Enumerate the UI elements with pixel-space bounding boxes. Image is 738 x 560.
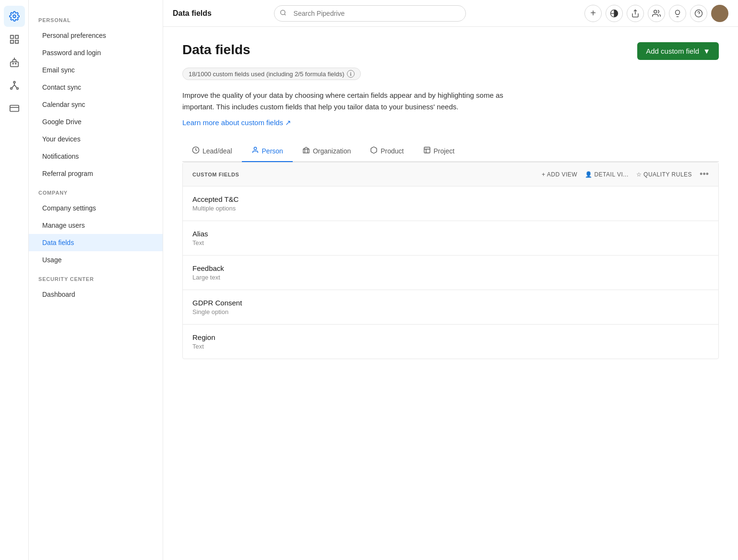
page-content: Data fields Add custom field ▼ 18/1000 c… [163,27,738,560]
quality-rules-label: ☆ QUALITY RULES [636,171,692,178]
field-type: Large text [192,274,709,281]
add-custom-field-chevron: ▼ [703,47,710,55]
nav-item-company-settings[interactable]: Company settings [29,199,163,217]
field-name: Region [192,333,709,341]
sidebar-icon-grid[interactable] [4,29,25,50]
sidebar-icon-robot[interactable] [4,52,25,73]
learn-more-link[interactable]: Learn more about custom fields ↗ [182,118,291,127]
table-row[interactable]: Feedback Large text [183,256,718,290]
detail-view-button[interactable]: 👤 DETAIL VI... [585,171,629,178]
nav-item-google-drive[interactable]: Google Drive [29,113,163,130]
sidebar-icon-gear[interactable] [4,6,25,27]
users-button[interactable] [648,5,665,22]
nav-item-usage[interactable]: Usage [29,251,163,268]
nav-item-calendar-sync[interactable]: Calendar sync [29,96,163,113]
tab-organization[interactable]: Organization [293,140,360,162]
svg-point-7 [15,63,16,64]
top-bar-actions: + [584,5,728,22]
usage-info-icon[interactable]: ℹ [347,70,355,78]
tab-product[interactable]: Product [360,140,413,162]
search-icon [280,9,286,17]
quality-rules-button[interactable]: ☆ QUALITY RULES [636,171,692,178]
field-name: Accepted T&C [192,195,709,203]
add-button[interactable]: + [584,5,602,22]
svg-rect-3 [10,40,13,43]
main-content: Data fields + [163,0,738,560]
tab-product-label: Product [381,147,404,155]
share-button[interactable] [627,5,644,22]
page-header: Data fields Add custom field ▼ [182,42,719,60]
add-custom-field-button[interactable]: Add custom field ▼ [637,42,719,60]
nav-item-referral-program[interactable]: Referral program [29,165,163,182]
svg-point-6 [12,63,13,64]
svg-point-0 [13,15,16,18]
detail-view-label: 👤 DETAIL VI... [585,171,629,178]
usage-badge-text: 18/1000 custom fields used (including 2/… [189,70,344,78]
tab-product-icon [370,146,378,155]
tab-organization-label: Organization [313,147,351,155]
top-bar-title: Data fields [173,9,212,18]
nav-sidebar: PERSONAL Personal preferences Password a… [29,0,163,560]
personal-section-label: PERSONAL [29,10,163,27]
table-header: CUSTOM FIELDS + ADD VIEW 👤 DETAIL VI... … [183,163,718,187]
bulb-button[interactable] [669,5,686,22]
nav-item-personal-preferences[interactable]: Personal preferences [29,27,163,44]
table-row[interactable]: Region Text [183,325,718,359]
table-row[interactable]: GDPR Consent Single option [183,290,718,325]
avatar[interactable] [711,5,728,22]
tab-person-icon [251,146,259,155]
nav-item-contact-sync[interactable]: Contact sync [29,79,163,96]
tab-lead-deal-icon [192,146,200,155]
table-column-label: CUSTOM FIELDS [192,172,542,177]
table-header-actions: + ADD VIEW 👤 DETAIL VI... ☆ QUALITY RULE… [542,169,709,179]
help-button[interactable] [690,5,707,22]
page-title: Data fields [182,42,250,58]
nav-item-data-fields[interactable]: Data fields [29,234,163,251]
svg-rect-23 [424,147,430,153]
tab-person[interactable]: Person [242,140,293,162]
svg-line-14 [284,14,286,15]
top-bar: Data fields + [163,0,738,27]
tabs: Lead/deal Person Organization Product [182,140,719,162]
svg-rect-1 [10,35,13,38]
table-row[interactable]: Accepted T&C Multiple options [183,187,718,221]
svg-point-17 [654,10,657,13]
nav-item-manage-users[interactable]: Manage users [29,217,163,234]
tab-person-label: Person [262,147,283,155]
nav-item-dashboard[interactable]: Dashboard [29,286,163,303]
more-options-button[interactable]: ••• [700,169,709,179]
usage-badge: 18/1000 custom fields used (including 2/… [182,68,361,80]
svg-rect-5 [10,62,18,67]
svg-point-13 [280,10,285,14]
more-options-label: ••• [700,169,709,179]
search-input[interactable] [274,5,466,22]
nav-item-your-devices[interactable]: Your devices [29,130,163,148]
nav-item-notifications[interactable]: Notifications [29,148,163,165]
svg-rect-11 [10,105,18,112]
fields-table: CUSTOM FIELDS + ADD VIEW 👤 DETAIL VI... … [182,162,719,359]
tab-lead-deal[interactable]: Lead/deal [182,140,242,162]
field-type: Single option [192,308,709,315]
nav-item-email-sync[interactable]: Email sync [29,61,163,79]
field-name: Feedback [192,264,709,272]
icon-sidebar [0,0,29,560]
company-section-label: COMPANY [29,182,163,199]
sidebar-icon-hierarchy[interactable] [4,75,25,96]
add-view-button[interactable]: + ADD VIEW [542,171,577,178]
tab-project-label: Project [434,147,455,155]
svg-rect-22 [303,149,309,153]
nav-item-password-login[interactable]: Password and login [29,44,163,61]
field-name: Alias [192,230,709,238]
tab-lead-deal-label: Lead/deal [202,147,232,155]
svg-point-21 [254,147,256,150]
field-type: Text [192,343,709,350]
tab-project[interactable]: Project [414,140,464,162]
security-section-label: SECURITY CENTER [29,268,163,286]
theme-toggle-button[interactable] [606,5,623,22]
sidebar-icon-card[interactable] [4,98,25,119]
table-row[interactable]: Alias Text [183,221,718,256]
svg-rect-4 [15,40,18,43]
svg-rect-2 [15,35,18,38]
add-view-label: + ADD VIEW [542,171,577,178]
tab-project-icon [423,146,431,155]
